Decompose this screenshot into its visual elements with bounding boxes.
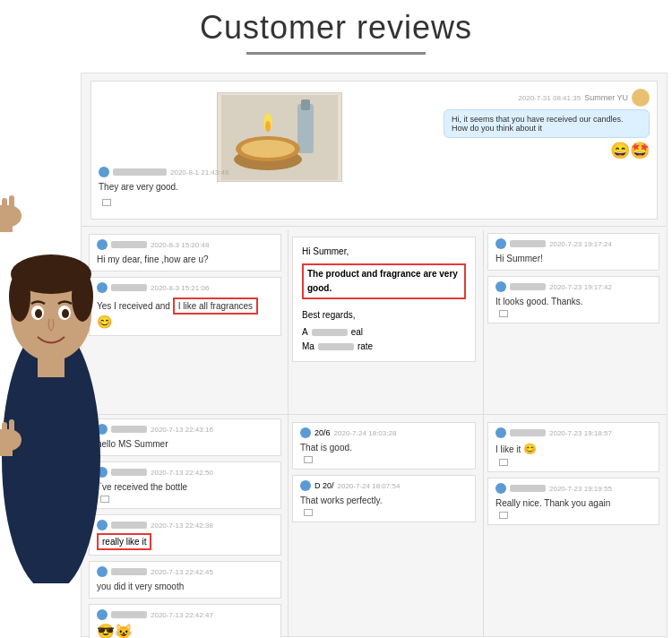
mid-left-msg-2: Yes I received and I like all fragrances… (97, 296, 273, 331)
svg-point-23 (241, 140, 295, 158)
top-panel: 2020-7-31 08:41:35 Summer YU Hi, it seem… (90, 81, 658, 220)
person-svg (0, 82, 103, 583)
ts-bl3: 2020-7-13 22:42:38 (151, 522, 213, 530)
ts-mid-1: 2020-8-3 15:20:48 (151, 241, 209, 249)
bm-chat-1: 20/6 2020-7-24 18:03:28 That is good. (292, 422, 476, 470)
ts-bl4: 2020-7-13 22:42:45 (151, 568, 213, 576)
mid-left-chat-2: 2020-8-3 15:21:06 Yes I received and I l… (89, 277, 281, 336)
bl-chat-3: 2020-7-13 22:42:38 really like it (89, 514, 281, 556)
avatar-bm1 (300, 427, 311, 438)
bottom-mid-col: 20/6 2020-7-24 18:03:28 That is good. D … (292, 418, 476, 629)
svg-rect-16 (2, 422, 7, 435)
title-divider (246, 52, 426, 55)
email-body-highlighted: The product and fragrance are very good. (302, 263, 466, 299)
svg-point-8 (35, 309, 42, 318)
collage-container: 2020-7-31 08:41:35 Summer YU Hi, it seem… (81, 73, 668, 637)
ts-br4: 2020-7-23 19:19:55 (549, 485, 612, 493)
bl-chat-2: 2020-7-13 22:42:50 I`ve received the bot… (89, 461, 281, 509)
bl-msg-3-highlighted: really like it (97, 533, 151, 550)
svg-rect-12 (2, 198, 7, 211)
right-chat-2: 2020-7-23 19:17:42 It looks good. Thanks… (487, 276, 659, 323)
bottom-left-col: 2020-7-13 22:43:16 hello MS Summer 2020-… (89, 418, 281, 629)
read-bm1 (304, 456, 313, 463)
email-greeting: Hi Summer, (302, 245, 466, 259)
avatar-br4 (495, 483, 506, 494)
svg-rect-19 (297, 104, 314, 153)
timestamp: 2020-7-31 08:41:35 (518, 94, 581, 102)
bl-chat-4: 2020-7-13 22:42:45 you did it very smoot… (89, 561, 281, 599)
mid-left-chat-1: 2020-8-3 15:20:48 Hi my dear, fine ,how … (89, 234, 281, 272)
read-r2 (499, 310, 508, 317)
highlighted-fragrances: I like all fragrances (173, 297, 258, 315)
br-chat-4: 2020-7-23 19:19:55 Really nice. Thank yo… (487, 478, 659, 525)
svg-rect-20 (301, 99, 310, 110)
name-blur-m2 (111, 284, 147, 291)
bl-msg-2: I`ve received the bottle (97, 480, 273, 494)
h-div-2 (82, 414, 667, 415)
ts-bm1: 2020-7-24 18:03:28 (334, 429, 397, 437)
ts-mid-2: 2020-8-3 15:21:06 (151, 284, 209, 292)
avatar-bm2 (300, 480, 311, 491)
br-chat-3: 2020-7-23 19:18:57 I like it 😊 (487, 422, 659, 472)
name-blur-r2 (510, 283, 546, 290)
right-chat-1: 2020-7-23 19:17:24 Hi Summer! (487, 233, 659, 271)
svg-rect-17 (9, 419, 14, 434)
person-image (0, 82, 103, 583)
right-msg-1: Hi Summer! (495, 252, 651, 265)
avatar-summer (632, 89, 650, 107)
ts-bl2: 2020-7-13 22:42:50 (151, 469, 213, 477)
email-regards: Best regards, (302, 308, 466, 323)
top-right-chat: 2020-7-31 08:41:35 Summer YU Hi, it seem… (444, 89, 650, 160)
avatar-r2 (495, 281, 506, 292)
avatar-r1 (495, 238, 506, 249)
svg-point-4 (9, 272, 30, 322)
bl-emoji-5: 😎😺 (97, 623, 273, 638)
bl-chat-5: 2020-7-13 22:42:47 😎😺 (89, 604, 281, 638)
bl-chat-1: 2020-7-13 22:43:16 hello MS Summer (89, 418, 281, 456)
top-left-msg: They are very good. (99, 180, 296, 194)
read-receipt-top-left (102, 199, 111, 206)
bottom-right-col: 2020-7-23 19:18:57 I like it 😊 2020-7-23… (487, 418, 659, 629)
bm-msg-2: That works perfectly. (300, 494, 468, 507)
avatar-br3 (495, 427, 506, 438)
br-msg-4: Really nice. Thank you again (495, 496, 651, 510)
mid-left-msg-1: Hi my dear, fine ,how are u? (97, 253, 273, 266)
summer-yu-name: Summer YU (584, 93, 628, 102)
bm-msg-1: That is good. (300, 441, 468, 454)
ts-bl1: 2020-7-13 22:43:16 (151, 426, 213, 434)
ts-br3: 2020-7-23 19:18:57 (549, 429, 612, 437)
v-div-1 (288, 230, 289, 636)
svg-point-9 (62, 309, 69, 318)
avatar-bl5 (97, 609, 108, 620)
top-right-bubble: Hi, it seems that you have received our … (444, 109, 650, 138)
name-bm1: 20/6 (314, 428, 331, 437)
bl-msg-1: hello MS Summer (97, 437, 273, 451)
bl-msg-4: you did it very smooth (97, 580, 273, 593)
svg-point-25 (265, 121, 271, 132)
read-br3 (499, 459, 508, 466)
emoji-reaction: 😄🤩 (444, 141, 650, 160)
bm-chat-2: D 20/ 2020-7-24 18:07:54 That works perf… (292, 475, 476, 522)
name-blur-r1 (510, 240, 546, 247)
right-msg-2: It looks good. Thanks. (495, 295, 651, 308)
h-div-1 (82, 226, 667, 227)
timestamp-left: 2020-8-1 21:43:49 (170, 168, 228, 177)
top-left-chat: 2020-8-1 21:43:49 They are very good. (99, 167, 296, 210)
read-br4 (499, 512, 508, 519)
svg-point-5 (72, 272, 93, 322)
svg-rect-13 (9, 195, 14, 210)
ts-bl5: 2020-7-13 22:42:47 (151, 611, 213, 619)
email-message: Hi Summer, The product and fragrance are… (292, 237, 476, 362)
email-name-blur-2: Ma rate (302, 340, 466, 354)
page-title: Customer reviews (0, 0, 672, 47)
ts-bm2: 2020-7-24 18:07:54 (338, 482, 401, 490)
emoji-br3: 😊 (523, 443, 537, 455)
br-msg-3: I like it 😊 (495, 441, 651, 457)
read-bm2 (304, 509, 313, 516)
name-blur-m1 (111, 241, 147, 248)
name-bm2: D 20/ (314, 481, 334, 490)
email-name-blur-1: A eal (302, 325, 466, 340)
ts-r2: 2020-7-23 19:17:42 (549, 283, 612, 291)
ts-r1: 2020-7-23 19:17:24 (549, 240, 612, 248)
v-div-2 (483, 230, 484, 636)
